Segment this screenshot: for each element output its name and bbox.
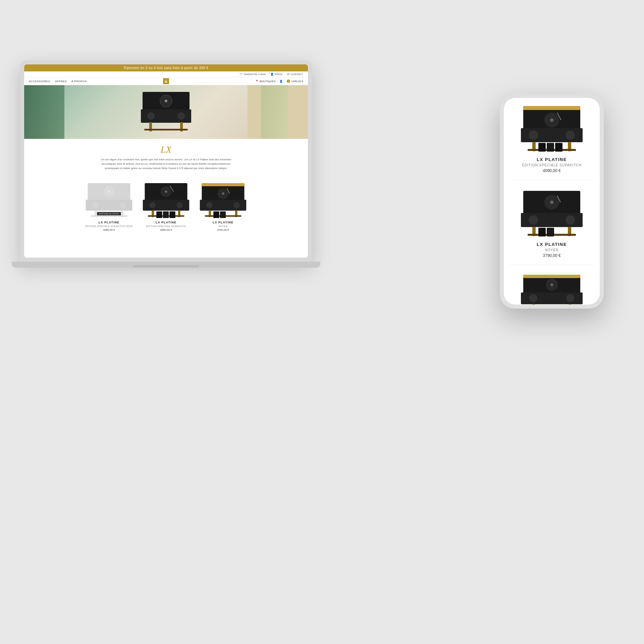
product-card-3[interactable]: LX PLATINE NOYER 3790,00 € <box>198 181 248 231</box>
location-icon: 📍 <box>255 80 259 83</box>
nav-links: ACCESSOIRES OFFRES À PROPOS <box>29 80 250 83</box>
cart-count: 1 <box>288 80 289 82</box>
product-image-wrap-3 <box>198 181 248 218</box>
svg-rect-45 <box>220 212 226 218</box>
svg-point-25 <box>149 202 155 208</box>
svg-point-13 <box>108 191 110 193</box>
svg-point-52 <box>529 130 538 140</box>
guarantee-item: 🛡 GARANTIE 3 ANS <box>240 73 266 76</box>
svg-rect-80 <box>569 304 571 305</box>
product-image-wrap-2 <box>141 181 191 218</box>
nav-offres[interactable]: OFFRES <box>55 80 66 83</box>
phone-product-svg-2 <box>518 188 585 238</box>
boutiques-nav[interactable]: 📍 BOUTIQUES <box>255 80 275 83</box>
svg-rect-71 <box>547 228 554 236</box>
account-nav[interactable]: 👤 <box>279 80 283 83</box>
shield-icon: 🛡 <box>240 73 243 76</box>
section-description: Un son digne d'un orchestre live, quelle… <box>99 158 233 170</box>
svg-rect-59 <box>555 143 562 152</box>
svg-point-7 <box>178 113 184 119</box>
hero-plant-left <box>24 85 64 139</box>
phone-product-image-2 <box>518 188 585 238</box>
product-card-2[interactable]: LX PLATINE ÉDITION SPÉCIALE SUPAKITCH 40… <box>141 181 191 231</box>
hero-image <box>24 85 308 139</box>
pros-item[interactable]: 👤 PROS <box>270 73 282 76</box>
svg-point-75 <box>550 283 553 286</box>
phone-products: LX PLATINE ÉDITION SPÉCIALE SUPAKITCH 40… <box>504 98 600 305</box>
product-price-3: 3790,00 € <box>198 228 248 231</box>
phone-product-sub-2: NOYER <box>509 248 594 252</box>
contact-label: CONTACT <box>290 73 303 76</box>
phone-product-svg-1 <box>518 103 585 154</box>
boutiques-label: BOUTIQUES <box>260 80 275 83</box>
logo[interactable] <box>163 78 169 84</box>
phone-product-price-2: 3790,00 € <box>509 253 594 258</box>
svg-rect-70 <box>538 228 546 236</box>
phone-product-image-3 <box>518 273 585 305</box>
svg-rect-79 <box>532 304 535 305</box>
phone-product-3[interactable] <box>509 273 594 305</box>
product-price-1: 4090,00 € <box>84 228 134 231</box>
logo-icon <box>164 79 168 83</box>
product-name-1: LX PLATINE <box>84 221 134 224</box>
laptop-device: Paiement en 3 ou 4 fois sans frais à par… <box>20 60 312 288</box>
phone-website: LX PLATINE ÉDITION SPÉCIALE SUPAKITCH 40… <box>504 98 600 305</box>
cart-nav[interactable]: 1 1450,00 € <box>287 79 303 83</box>
svg-rect-47 <box>523 106 580 110</box>
top-banner: Paiement en 3 ou 4 fois sans frais à par… <box>24 64 308 71</box>
cart-price: 1450,00 € <box>291 80 303 83</box>
svg-point-36 <box>222 193 224 195</box>
phone-product-1[interactable]: LX PLATINE ÉDITION SPÉCIALE SUPAKITCH 40… <box>509 103 594 180</box>
website: Paiement en 3 ou 4 fois sans frais à par… <box>24 64 308 258</box>
svg-rect-31 <box>163 212 169 218</box>
nav-apropos[interactable]: À PROPOS <box>71 80 87 83</box>
phone-product-image-1 <box>518 103 585 154</box>
svg-point-53 <box>566 130 575 140</box>
out-of-stock-badge-1: RUPTURE DE STOCK <box>97 212 121 215</box>
svg-point-39 <box>206 202 212 208</box>
hero-right-decor <box>248 85 308 139</box>
product-name-3: LX PLATINE <box>198 221 248 224</box>
svg-point-15 <box>92 202 98 208</box>
person-icon: 👤 <box>270 73 274 76</box>
section-title: LX <box>38 144 294 155</box>
svg-point-40 <box>233 202 239 208</box>
svg-rect-58 <box>547 143 554 152</box>
svg-point-49 <box>550 118 553 122</box>
svg-rect-10 <box>144 129 188 130</box>
guarantee-label: GARANTIE 3 ANS <box>244 73 266 76</box>
svg-point-4 <box>165 100 167 102</box>
product-price-2: 4090,00 € <box>141 228 191 231</box>
svg-rect-30 <box>156 212 162 218</box>
svg-rect-44 <box>213 212 219 218</box>
product-image-2 <box>141 181 191 218</box>
svg-point-26 <box>176 202 182 208</box>
phone-product-name-1: LX PLATINE <box>509 157 594 162</box>
scene: Paiement en 3 ou 4 fois sans frais à par… <box>0 0 644 644</box>
product-card-1[interactable]: RUPTURE DE STOCK LX PLATINE ÉDITION SPÉC… <box>84 181 134 231</box>
phone-product-svg-3 <box>518 273 585 305</box>
svg-rect-73 <box>523 275 580 278</box>
phone-screen: LX PLATINE ÉDITION SPÉCIALE SUPAKITCH 40… <box>504 98 600 305</box>
svg-point-62 <box>550 201 553 204</box>
hero-speaker-svg <box>132 89 200 132</box>
account-icon: 👤 <box>279 80 283 83</box>
products-grid: RUPTURE DE STOCK LX PLATINE ÉDITION SPÉC… <box>24 181 308 231</box>
top-bar: 🛡 GARANTIE 3 ANS 👤 PROS ✉ CONTACT <box>24 71 308 77</box>
phone-device: LX PLATINE ÉDITION SPÉCIALE SUPAKITCH 40… <box>500 94 604 309</box>
laptop-body: Paiement en 3 ou 4 fois sans frais à par… <box>20 60 312 262</box>
svg-point-65 <box>529 215 538 225</box>
content-section: LX Un son digne d'un orchestre live, que… <box>24 139 308 181</box>
svg-rect-57 <box>538 143 546 152</box>
nav-accessoires[interactable]: ACCESSOIRES <box>29 80 50 83</box>
phone-product-2[interactable]: LX PLATINE NOYER 3790,00 € <box>509 188 594 265</box>
contact-item[interactable]: ✉ CONTACT <box>287 73 303 76</box>
envelope-icon: ✉ <box>287 73 289 76</box>
phone-product-price-1: 4090,00 € <box>509 168 594 173</box>
hero-speaker <box>132 89 200 133</box>
nav-right: 📍 BOUTIQUES 👤 1 1450,00 € <box>255 79 303 83</box>
product-sub-3: NOYER <box>198 225 248 227</box>
svg-point-6 <box>148 113 154 119</box>
svg-rect-34 <box>202 183 245 186</box>
svg-point-16 <box>119 202 125 208</box>
